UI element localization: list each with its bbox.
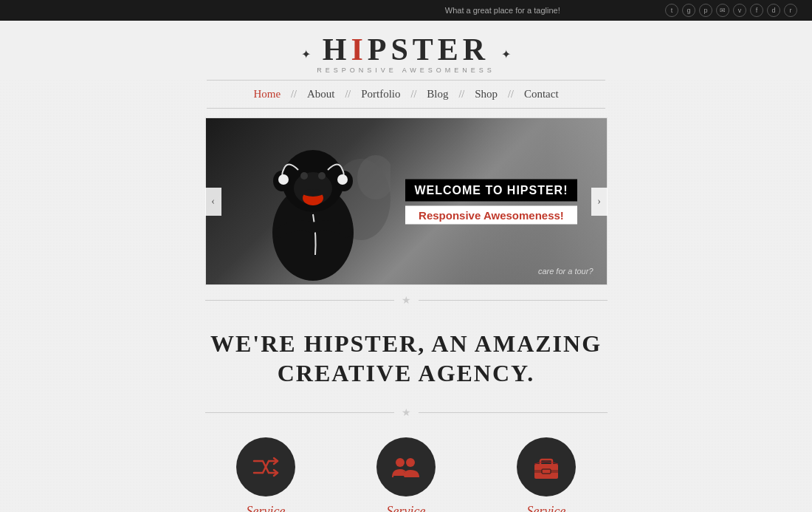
logo-text: HIPSTER xyxy=(317,34,495,65)
header: ✦ HIPSTER RESPONSIVE AWESOMENESS ✦ xyxy=(0,21,812,80)
svg-point-8 xyxy=(303,189,323,197)
next-arrow-icon: › xyxy=(597,196,601,208)
service-item-1: Service Pellentesque habitant morbi tris… xyxy=(196,437,336,512)
nav-sep-1: // xyxy=(289,89,298,100)
social-vimeo[interactable]: v xyxy=(733,4,746,17)
bottom-star-divider: ★ xyxy=(205,406,608,419)
svg-point-10 xyxy=(318,172,326,180)
service-label-3: Service xyxy=(527,504,566,512)
service-label-1: Service xyxy=(247,504,286,512)
slider: WELCOME TO HIPSTER! Responsive Awesomene… xyxy=(205,117,608,285)
svg-point-12 xyxy=(337,174,348,185)
nav-home[interactable]: Home xyxy=(244,88,289,100)
top-star-divider: ★ xyxy=(205,294,608,307)
logo-container: ✦ HIPSTER RESPONSIVE AWESOMENESS ✦ xyxy=(301,34,511,74)
social-email[interactable]: ✉ xyxy=(716,4,729,17)
svg-rect-18 xyxy=(542,469,551,474)
service-icon-3[interactable] xyxy=(517,437,576,496)
svg-point-11 xyxy=(278,174,289,185)
people-icon xyxy=(390,451,422,483)
agency-title-line2: CREATIVE AGENCY. xyxy=(0,358,812,388)
nav-shop[interactable]: Shop xyxy=(466,88,506,100)
social-pinterest[interactable]: p xyxy=(699,4,712,17)
social-facebook[interactable]: f xyxy=(750,4,763,17)
slider-image: WELCOME TO HIPSTER! Responsive Awesomene… xyxy=(206,118,607,284)
nav-sep-2: // xyxy=(343,89,352,100)
slide-headline: WELCOME TO HIPSTER! xyxy=(405,179,577,201)
logo-star-right: ✦ xyxy=(501,47,511,61)
social-rss[interactable]: r xyxy=(784,4,797,17)
svg-point-9 xyxy=(300,172,308,180)
logo-subtitle: RESPONSIVE AWESOMENESS xyxy=(317,66,495,74)
slider-next-button[interactable]: › xyxy=(591,188,608,216)
service-icon-2[interactable] xyxy=(376,437,436,496)
social-icons: t g p ✉ v f d r xyxy=(665,4,797,17)
social-twitter[interactable]: t xyxy=(665,4,678,17)
monkey-illustration xyxy=(235,118,390,284)
social-google[interactable]: g xyxy=(682,4,695,17)
service-label-2: Service xyxy=(387,504,426,512)
services-section: Service Pellentesque habitant morbi tris… xyxy=(185,426,627,512)
service-item-3: Service Pellentesque habitant morbi tris… xyxy=(476,437,616,512)
slider-wrapper: WELCOME TO HIPSTER! Responsive Awesomene… xyxy=(205,117,608,285)
logo-star-left: ✦ xyxy=(301,47,311,61)
nav-sep-4: // xyxy=(457,89,466,100)
prev-arrow-icon: ‹ xyxy=(211,196,215,208)
nav-blog[interactable]: Blog xyxy=(418,88,457,100)
slide-text: WELCOME TO HIPSTER! Responsive Awesomene… xyxy=(405,179,577,224)
social-dribbble[interactable]: d xyxy=(767,4,780,17)
divider-star-top: ★ xyxy=(402,294,411,307)
svg-point-14 xyxy=(406,458,415,467)
nav-about[interactable]: About xyxy=(298,88,344,100)
slide-tour-text[interactable]: care for a tour? xyxy=(538,267,593,276)
service-icon-1[interactable] xyxy=(236,437,295,496)
svg-rect-16 xyxy=(540,460,552,465)
agency-section: WE'RE HIPSTER, AN AMAZING CREATIVE AGENC… xyxy=(0,314,812,399)
nav-portfolio[interactable]: Portfolio xyxy=(352,88,409,100)
nav-container: Home // About // Portfolio // Blog // Sh… xyxy=(207,80,605,109)
nav-contact[interactable]: Contact xyxy=(515,88,568,100)
svg-point-13 xyxy=(396,458,405,467)
top-bar: What a great place for a tagline! t g p … xyxy=(0,0,812,21)
shuffle-icon xyxy=(250,451,282,483)
nav-sep-5: // xyxy=(506,89,515,100)
divider-star-bottom: ★ xyxy=(402,406,411,419)
service-item-2: Service Pellentesque habitant morbi tris… xyxy=(336,437,476,512)
agency-title: WE'RE HIPSTER, AN AMAZING CREATIVE AGENC… xyxy=(0,329,812,388)
slide-subheadline: Responsive Awesomeness! xyxy=(405,205,577,224)
nav: Home // About // Portfolio // Blog // Sh… xyxy=(207,88,605,100)
tagline: What a great place for a tagline! xyxy=(340,6,666,15)
nav-sep-3: // xyxy=(410,89,419,100)
inbox-icon xyxy=(530,451,562,483)
slider-prev-button[interactable]: ‹ xyxy=(205,188,221,216)
agency-title-line1: WE'RE HIPSTER, AN AMAZING xyxy=(0,329,812,358)
